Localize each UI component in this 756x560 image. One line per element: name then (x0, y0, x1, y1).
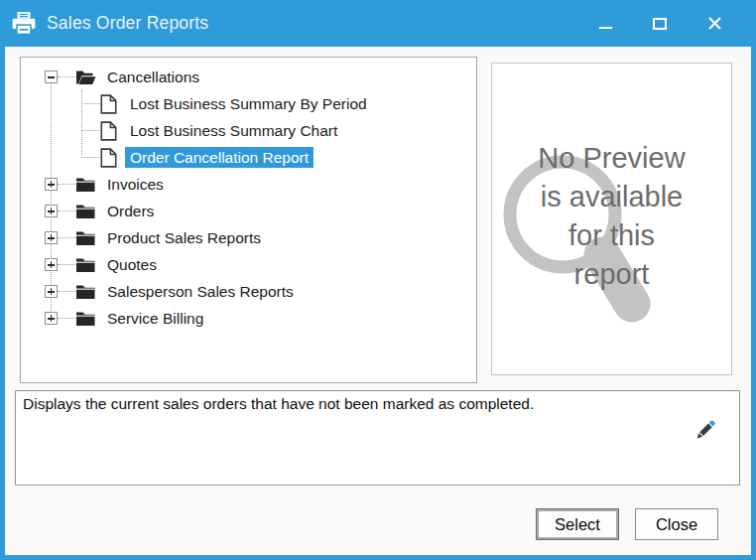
document-icon (100, 121, 117, 141)
tree-connector-line (81, 130, 100, 131)
tree-connector-line (58, 291, 75, 292)
close-dialog-button[interactable]: Close (635, 508, 718, 540)
folder-closed-icon (75, 256, 96, 273)
dialog-footer: Select Close (5, 508, 751, 540)
tree-item-orders[interactable]: Orders (21, 198, 476, 224)
folder-closed-icon (75, 176, 96, 193)
expand-toggle-icon[interactable] (45, 205, 58, 217)
tree-connector-line (58, 76, 75, 77)
expand-toggle-icon[interactable] (45, 312, 58, 325)
pencil-edit-icon[interactable] (694, 418, 716, 445)
document-icon (100, 94, 117, 114)
collapse-toggle-icon[interactable] (45, 70, 58, 83)
tree-item-label[interactable]: Lost Business Summary Chart (125, 120, 342, 141)
window-title: Sales Order Reports (47, 13, 208, 34)
tree-connector-line (81, 103, 100, 104)
report-tree: CancellationsLost Business Summary By Pe… (21, 64, 476, 332)
tree-connector-line (58, 210, 75, 211)
tree-connector-line (58, 264, 75, 265)
sales-order-reports-dialog: Sales Order Reports CancellationsLost Bu… (0, 0, 756, 560)
folder-closed-icon (75, 283, 96, 300)
expand-toggle-icon[interactable] (45, 231, 58, 244)
titlebar[interactable]: Sales Order Reports (0, 0, 756, 47)
folder-closed-icon (75, 229, 96, 246)
report-description-box[interactable]: Displays the current sales orders that h… (15, 390, 740, 486)
tree-item-quotes[interactable]: Quotes (21, 251, 476, 278)
report-description-text: Displays the current sales orders that h… (16, 391, 739, 417)
close-icon (707, 16, 722, 31)
tree-item-label[interactable]: Order Cancellation Report (125, 147, 314, 168)
tree-connector-line (81, 157, 100, 158)
tree-item-label[interactable]: Quotes (102, 254, 162, 275)
tree-item-lost-business-summary-chart[interactable]: Lost Business Summary Chart (21, 117, 476, 144)
no-preview-text: No Preview is available for this report (492, 139, 731, 294)
expand-toggle-icon[interactable] (45, 258, 58, 271)
maximize-button[interactable] (652, 16, 668, 32)
tree-item-salesperson-sales-reports[interactable]: Salesperson Sales Reports (21, 278, 476, 305)
tree-item-label[interactable]: Cancellations (102, 67, 204, 87)
folder-closed-icon (75, 310, 96, 327)
tree-item-lost-business-summary-by-period[interactable]: Lost Business Summary By Period (21, 90, 476, 117)
minimize-icon (599, 27, 612, 29)
report-tree-panel[interactable]: CancellationsLost Business Summary By Pe… (20, 57, 477, 383)
tree-item-label[interactable]: Lost Business Summary By Period (125, 93, 372, 114)
tree-item-label[interactable]: Product Sales Reports (102, 227, 266, 248)
dialog-content: CancellationsLost Business Summary By Pe… (5, 47, 751, 555)
expand-toggle-icon[interactable] (45, 285, 58, 298)
tree-item-service-billing[interactable]: Service Billing (21, 305, 476, 332)
printer-icon (11, 11, 37, 36)
maximize-icon (653, 18, 667, 30)
tree-connector-line (58, 184, 75, 185)
tree-item-order-cancellation-report[interactable]: Order Cancellation Report (21, 144, 476, 171)
minimize-button[interactable] (597, 16, 613, 32)
tree-item-cancellations[interactable]: Cancellations (21, 64, 476, 90)
folder-open-icon (75, 69, 96, 85)
tree-connector-line (58, 237, 75, 238)
window-controls (597, 16, 722, 32)
tree-item-label[interactable]: Salesperson Sales Reports (102, 281, 299, 302)
tree-item-invoices[interactable]: Invoices (21, 171, 476, 198)
tree-item-label[interactable]: Orders (102, 201, 159, 221)
close-button[interactable] (706, 16, 722, 32)
expand-toggle-icon[interactable] (45, 178, 58, 191)
tree-item-label[interactable]: Invoices (102, 174, 169, 195)
select-button[interactable]: Select (536, 508, 619, 540)
document-icon (100, 148, 117, 168)
tree-item-product-sales-reports[interactable]: Product Sales Reports (21, 224, 476, 251)
tree-connector-line (58, 318, 75, 319)
folder-closed-icon (75, 203, 96, 219)
preview-panel: No Preview is available for this report (491, 63, 732, 375)
tree-item-label[interactable]: Service Billing (102, 308, 208, 329)
